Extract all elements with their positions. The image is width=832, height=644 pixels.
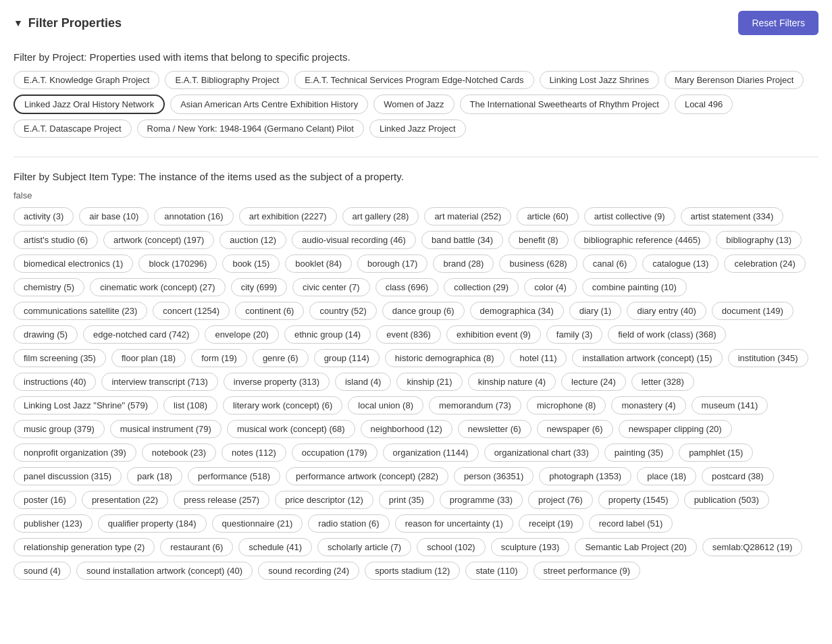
subject-tag[interactable]: communications satellite (23) [14, 302, 147, 320]
subject-tag[interactable]: civic center (7) [292, 278, 370, 296]
subject-tag[interactable]: collection (29) [444, 278, 519, 296]
subject-tag[interactable]: band battle (34) [421, 231, 503, 249]
subject-tag[interactable]: street performance (9) [534, 562, 641, 580]
subject-tag[interactable]: interview transcript (713) [101, 373, 217, 391]
subject-tag[interactable]: microphone (8) [527, 396, 606, 414]
subject-tag[interactable]: list (108) [163, 396, 217, 414]
subject-tag[interactable]: restaurant (6) [160, 538, 233, 556]
subject-tag[interactable]: semlab:Q28612 (19) [702, 538, 803, 556]
subject-tag[interactable]: occupation (179) [292, 444, 378, 462]
subject-tag[interactable]: color (4) [524, 278, 577, 296]
project-tag[interactable]: The International Sweethearts of Rhythm … [460, 95, 669, 114]
subject-tag[interactable]: pamphlet (15) [679, 444, 753, 462]
subject-tag[interactable]: notes (112) [222, 444, 286, 462]
project-tag[interactable]: Roma / New York: 1948-1964 (Germano Cela… [137, 119, 364, 138]
subject-tag[interactable]: city (699) [231, 278, 287, 296]
subject-tag[interactable]: cinematic work (concept) (27) [90, 278, 226, 296]
subject-tag[interactable]: exhibition event (9) [446, 325, 541, 344]
subject-tag[interactable]: schedule (41) [238, 538, 312, 556]
subject-tag[interactable]: qualifier property (184) [98, 514, 207, 533]
subject-tag[interactable]: article (60) [517, 207, 578, 225]
subject-tag[interactable]: business (628) [499, 254, 577, 273]
subject-tag[interactable]: monastery (4) [611, 396, 685, 414]
subject-tag[interactable]: art exhibition (2227) [239, 207, 337, 225]
subject-tag[interactable]: annotation (16) [154, 207, 233, 225]
subject-tag[interactable]: ethnic group (14) [284, 325, 371, 344]
subject-tag[interactable]: diary entry (40) [627, 302, 706, 320]
subject-tag[interactable]: artist statement (334) [681, 207, 784, 225]
subject-tag[interactable]: event (836) [376, 325, 441, 344]
subject-tag[interactable]: questionnaire (21) [212, 514, 303, 533]
subject-tag[interactable]: instructions (40) [14, 373, 96, 391]
subject-tag[interactable]: programme (33) [440, 491, 523, 509]
subject-tag[interactable]: musical work (concept) (68) [227, 420, 355, 438]
subject-tag[interactable]: form (19) [191, 349, 247, 367]
project-tag[interactable]: Local 496 [675, 95, 733, 114]
subject-tag[interactable]: biomedical electronics (1) [14, 254, 133, 273]
subject-tag[interactable]: sound installation artwork (concept) (40… [76, 562, 253, 580]
subject-tag[interactable]: newsletter (6) [458, 420, 531, 438]
project-tag[interactable]: Linking Lost Jazz Shrines [540, 71, 659, 89]
subject-tag[interactable]: film screening (35) [14, 349, 106, 367]
subject-tag[interactable]: organization (1144) [383, 444, 479, 462]
subject-tag[interactable]: project (76) [528, 491, 593, 509]
subject-tag[interactable]: person (36351) [454, 467, 534, 485]
subject-tag[interactable]: air base (10) [79, 207, 149, 225]
subject-tag[interactable]: radio station (6) [308, 514, 389, 533]
subject-tag[interactable]: state (110) [465, 562, 527, 580]
subject-tag[interactable]: scholarly article (7) [317, 538, 411, 556]
subject-tag[interactable]: hotel (11) [510, 349, 567, 367]
subject-tag[interactable]: historic demographica (8) [385, 349, 504, 367]
subject-tag[interactable]: local union (8) [348, 396, 423, 414]
subject-tag[interactable]: canal (6) [583, 254, 638, 273]
subject-tag[interactable]: performance artwork (concept) (282) [286, 467, 448, 485]
subject-tag[interactable]: continent (6) [235, 302, 304, 320]
subject-tag[interactable]: field of work (class) (368) [608, 325, 726, 344]
subject-tag[interactable]: diary (1) [569, 302, 622, 320]
subject-tag[interactable]: notebook (23) [142, 444, 216, 462]
subject-tag[interactable]: literary work (concept) (6) [223, 396, 342, 414]
subject-tag[interactable]: sound recording (24) [258, 562, 359, 580]
subject-tag[interactable]: benefit (8) [509, 231, 569, 249]
subject-tag[interactable]: performance (518) [188, 467, 280, 485]
subject-tag[interactable]: demographica (34) [470, 302, 564, 320]
subject-tag[interactable]: borough (17) [357, 254, 427, 273]
subject-tag[interactable]: sports stadium (12) [365, 562, 460, 580]
project-tag[interactable]: Linked Jazz Oral History Network [14, 95, 165, 114]
subject-tag[interactable]: art gallery (28) [342, 207, 419, 225]
subject-tag[interactable]: place (18) [637, 467, 696, 485]
subject-tag[interactable]: concert (1254) [153, 302, 230, 320]
collapse-triangle[interactable]: ▼ [14, 18, 23, 28]
subject-tag[interactable]: combine painting (10) [582, 278, 687, 296]
subject-tag[interactable]: press release (257) [174, 491, 269, 509]
subject-tag[interactable]: artwork (concept) (197) [103, 231, 214, 249]
subject-tag[interactable]: receipt (19) [519, 514, 583, 533]
subject-tag[interactable]: letter (328) [631, 373, 694, 391]
subject-tag[interactable]: painting (35) [604, 444, 673, 462]
subject-tag[interactable]: sound (4) [14, 562, 71, 580]
subject-tag[interactable]: group (114) [314, 349, 380, 367]
subject-tag[interactable]: kinship (21) [396, 373, 462, 391]
subject-tag[interactable]: museum (141) [692, 396, 769, 414]
subject-tag[interactable]: chemistry (5) [14, 278, 84, 296]
subject-tag[interactable]: edge-notched card (742) [83, 325, 199, 344]
subject-tag[interactable]: lecture (24) [561, 373, 626, 391]
subject-tag[interactable]: institution (345) [728, 349, 808, 367]
subject-tag[interactable]: publication (503) [684, 491, 769, 509]
project-tag[interactable]: Women of Jazz [373, 95, 454, 114]
subject-tag[interactable]: newspaper (6) [537, 420, 613, 438]
subject-tag[interactable]: sculpture (193) [491, 538, 570, 556]
subject-tag[interactable]: record label (51) [589, 514, 673, 533]
subject-tag[interactable]: print (35) [379, 491, 434, 509]
subject-tag[interactable]: installation artwork (concept) (15) [572, 349, 722, 367]
subject-tag[interactable]: brand (28) [433, 254, 494, 273]
project-tag[interactable]: E.A.T. Technical Services Program Edge-N… [294, 71, 534, 89]
subject-tag[interactable]: booklet (84) [285, 254, 352, 273]
subject-tag[interactable]: reason for uncertainty (1) [395, 514, 513, 533]
subject-tag[interactable]: auction (12) [219, 231, 286, 249]
subject-tag[interactable]: island (4) [335, 373, 391, 391]
subject-tag[interactable]: price descriptor (12) [275, 491, 373, 509]
subject-tag[interactable]: inverse property (313) [224, 373, 330, 391]
subject-tag[interactable]: poster (16) [14, 491, 76, 509]
subject-tag[interactable]: newspaper clipping (20) [619, 420, 732, 438]
